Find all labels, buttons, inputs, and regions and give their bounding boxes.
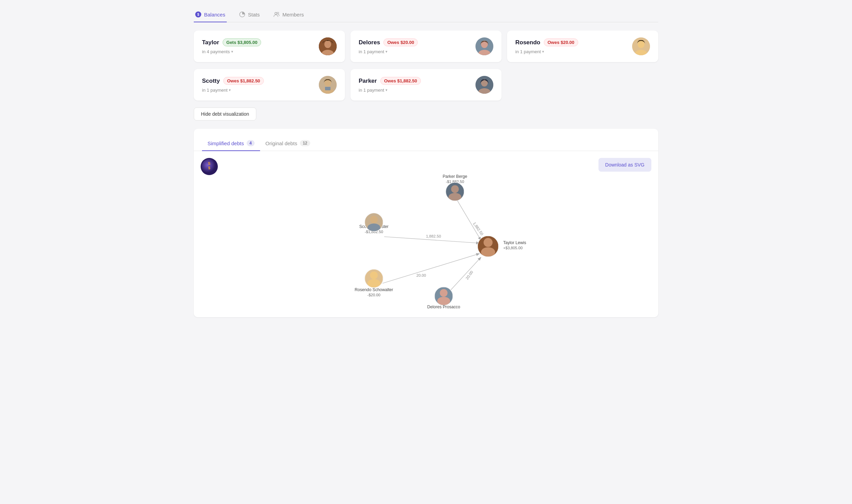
card-badge-taylor: Gets $3,805.00 xyxy=(223,38,261,46)
card-badge-parker: Owes $1,882.50 xyxy=(380,77,421,85)
sub-tabs: Simplified debts 4 Original debts 12 xyxy=(194,129,658,151)
chevron-down-icon: ▾ xyxy=(542,49,544,54)
svg-line-25 xyxy=(455,196,481,240)
dollar-circle-icon: $ xyxy=(195,11,201,18)
chevron-down-icon: ▾ xyxy=(385,49,388,54)
card-sub-rosendo[interactable]: in 1 payment ▾ xyxy=(515,49,578,54)
tab-members[interactable]: Members xyxy=(272,7,305,22)
svg-text:Rosendo Schowalter: Rosendo Schowalter xyxy=(355,288,393,293)
card-name-taylor: Taylor xyxy=(202,39,219,46)
svg-point-45 xyxy=(370,216,378,224)
tab-balances-label: Balances xyxy=(204,12,225,18)
debt-graph-svg: 1,882.50 1,882.50 20.00 20.00 Parker Ber… xyxy=(201,158,651,309)
svg-point-38 xyxy=(451,185,459,193)
svg-text:+$3,805.00: +$3,805.00 xyxy=(503,246,523,250)
svg-point-65 xyxy=(437,297,450,305)
people-icon xyxy=(273,11,280,18)
card-sub-scotty[interactable]: in 1 payment ▾ xyxy=(202,88,264,93)
svg-point-50 xyxy=(484,238,493,247)
app-logo: S $ xyxy=(201,158,218,175)
node-delores: Delores Prosacco -$20.00 xyxy=(427,287,460,309)
svg-text:$: $ xyxy=(197,13,199,16)
balance-card-taylor: Taylor Gets $3,805.00 in 4 payments ▾ xyxy=(194,31,345,62)
svg-line-29 xyxy=(383,254,479,283)
tab-simplified-debts[interactable]: Simplified debts 4 xyxy=(202,136,260,151)
tab-members-label: Members xyxy=(282,12,304,18)
hide-debt-visualization-button[interactable]: Hide debt visualization xyxy=(194,107,256,121)
node-rosendo: Rosendo Schowalter -$20.00 xyxy=(355,269,393,297)
node-scotty: Scotty Schuster -$1,882.50 xyxy=(359,213,389,234)
svg-point-4 xyxy=(277,12,279,14)
balance-card-scotty: Scotty Owes $1,882.50 in 1 payment ▾ xyxy=(194,69,345,101)
original-debts-label: Original debts xyxy=(266,140,298,146)
card-name-delores: Delores xyxy=(359,39,380,46)
balance-cards-row1: Taylor Gets $3,805.00 in 4 payments ▾ xyxy=(194,31,658,62)
avatar-scotty xyxy=(319,76,337,94)
svg-text:20.00: 20.00 xyxy=(416,273,426,277)
svg-text:Taylor Lewis: Taylor Lewis xyxy=(503,240,526,245)
download-svg-button[interactable]: Download as SVG xyxy=(598,158,651,172)
svg-text:20.00: 20.00 xyxy=(465,270,474,280)
svg-point-58 xyxy=(368,279,380,287)
chevron-down-icon: ▾ xyxy=(229,88,231,92)
svg-text:Parker Berge: Parker Berge xyxy=(442,174,467,179)
svg-point-12 xyxy=(638,41,644,48)
avatar-delores xyxy=(475,37,493,55)
chevron-down-icon: ▾ xyxy=(231,49,233,54)
card-badge-rosendo: Owes $20.00 xyxy=(544,38,578,46)
tab-stats[interactable]: Stats xyxy=(238,7,261,22)
balance-card-delores: Delores Owes $20.00 in 1 payment ▾ xyxy=(350,31,502,62)
svg-text:-$20.00: -$20.00 xyxy=(367,293,380,297)
card-name-rosendo: Rosendo xyxy=(515,39,540,46)
card-name-scotty: Scotty xyxy=(202,78,220,84)
svg-text:1,882.50: 1,882.50 xyxy=(426,234,441,238)
svg-point-6 xyxy=(324,41,331,48)
visualization-area: S $ Download as SVG 1,882.50 xyxy=(194,151,658,317)
card-sub-parker[interactable]: in 1 payment ▾ xyxy=(359,88,421,93)
svg-point-39 xyxy=(449,193,461,201)
card-left-taylor: Taylor Gets $3,805.00 in 4 payments ▾ xyxy=(202,38,261,54)
avatar-parker xyxy=(475,76,493,94)
pie-chart-icon xyxy=(239,11,245,18)
svg-text:$: $ xyxy=(208,166,210,170)
card-badge-scotty: Owes $1,882.50 xyxy=(223,77,264,85)
simplified-debts-count: 4 xyxy=(247,140,255,146)
svg-rect-17 xyxy=(325,87,330,90)
card-left-rosendo: Rosendo Owes $20.00 in 1 payment ▾ xyxy=(515,38,578,54)
tab-original-debts[interactable]: Original debts 12 xyxy=(260,136,316,151)
card-name-parker: Parker xyxy=(359,78,377,84)
card-sub-delores[interactable]: in 1 payment ▾ xyxy=(359,49,418,54)
balance-card-rosendo: Rosendo Owes $20.00 in 1 payment ▾ xyxy=(507,31,658,62)
nav-tabs: $ Balances Stats xyxy=(194,7,658,22)
avatar-taylor xyxy=(319,37,337,55)
svg-point-3 xyxy=(275,12,277,14)
chevron-down-icon: ▾ xyxy=(385,88,388,92)
card-left-delores: Delores Owes $20.00 in 1 payment ▾ xyxy=(359,38,418,54)
svg-text:S: S xyxy=(208,161,210,165)
app-container: $ Balances Stats xyxy=(186,0,666,324)
card-badge-delores: Owes $20.00 xyxy=(383,38,418,46)
original-debts-count: 12 xyxy=(300,140,310,146)
tab-balances[interactable]: $ Balances xyxy=(194,7,227,22)
card-left-parker: Parker Owes $1,882.50 in 1 payment ▾ xyxy=(359,77,421,93)
svg-point-57 xyxy=(370,271,378,279)
simplified-debts-label: Simplified debts xyxy=(208,140,244,146)
balance-cards-row2: Scotty Owes $1,882.50 in 1 payment ▾ xyxy=(194,69,658,101)
balance-card-parker: Parker Owes $1,882.50 in 1 payment ▾ xyxy=(350,69,502,101)
tab-stats-label: Stats xyxy=(248,12,260,18)
node-taylor: Taylor Lewis +$3,805.00 xyxy=(478,236,526,257)
card-sub-taylor[interactable]: in 4 payments ▾ xyxy=(202,49,261,54)
avatar-rosendo xyxy=(632,37,650,55)
card-left-scotty: Scotty Owes $1,882.50 in 1 payment ▾ xyxy=(202,77,264,93)
debt-visualization-container: Simplified debts 4 Original debts 12 xyxy=(194,129,658,317)
node-parker: Parker Berge -$1,882.50 xyxy=(442,174,467,201)
svg-point-64 xyxy=(440,289,447,297)
svg-text:Delores Prosacco: Delores Prosacco xyxy=(427,305,460,309)
